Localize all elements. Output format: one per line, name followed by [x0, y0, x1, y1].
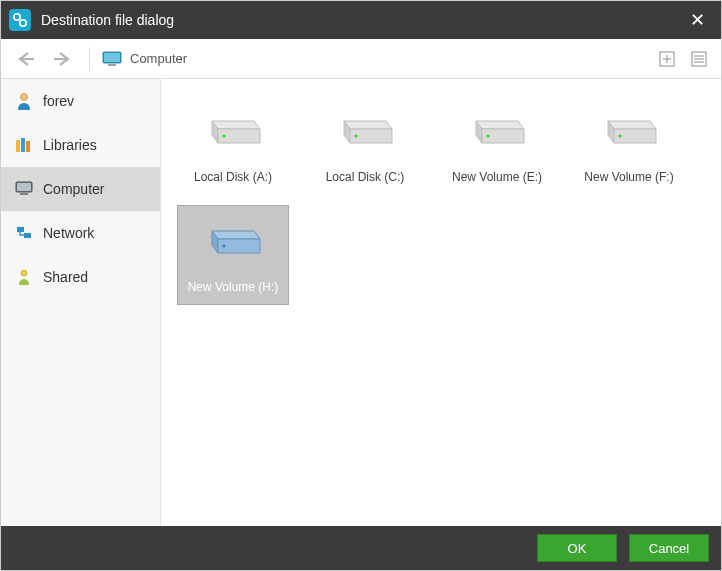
user-icon — [15, 92, 33, 110]
toolbar-right — [655, 47, 711, 71]
view-list-button[interactable] — [687, 47, 711, 71]
drive-label: Local Disk (A:) — [194, 170, 272, 184]
drive-label: New Volume (H:) — [188, 280, 279, 294]
svg-point-0 — [14, 14, 20, 20]
drive-item[interactable]: New Volume (F:) — [573, 95, 685, 195]
svg-marker-36 — [608, 121, 656, 129]
svg-point-1 — [20, 20, 26, 26]
svg-rect-17 — [26, 141, 30, 152]
forward-button[interactable] — [47, 45, 77, 73]
network-icon — [15, 224, 33, 242]
window-title: Destination file dialog — [41, 12, 684, 28]
back-button[interactable] — [11, 45, 41, 73]
svg-rect-16 — [21, 138, 25, 152]
svg-rect-5 — [104, 53, 120, 62]
svg-point-35 — [486, 134, 489, 137]
ok-button[interactable]: OK — [537, 534, 617, 562]
svg-point-14 — [21, 94, 28, 101]
svg-rect-19 — [17, 183, 31, 191]
sidebar: forev Libraries Computer Network Shared — [1, 79, 161, 526]
drive-label: New Volume (E:) — [452, 170, 542, 184]
toolbar: Computer — [1, 39, 721, 79]
sidebar-item-user[interactable]: forev — [1, 79, 160, 123]
svg-point-39 — [618, 134, 621, 137]
app-icon — [9, 9, 31, 31]
monitor-icon — [102, 51, 122, 67]
sidebar-item-computer[interactable]: Computer — [1, 167, 160, 211]
breadcrumb[interactable]: Computer — [102, 51, 649, 67]
sidebar-item-libraries[interactable]: Libraries — [1, 123, 160, 167]
sidebar-item-label: forev — [43, 93, 74, 109]
drive-grid: Local Disk (A:) Local Disk (C:) — [161, 79, 721, 526]
drive-item[interactable]: New Volume (E:) — [441, 95, 553, 195]
svg-marker-24 — [212, 121, 260, 129]
svg-point-23 — [21, 270, 27, 276]
hard-drive-icon — [201, 220, 265, 262]
sidebar-item-label: Computer — [43, 181, 104, 197]
new-folder-button[interactable] — [655, 47, 679, 71]
svg-point-27 — [222, 134, 225, 137]
hard-drive-icon — [465, 110, 529, 152]
drive-item[interactable]: Local Disk (A:) — [177, 95, 289, 195]
svg-marker-40 — [212, 231, 260, 239]
sidebar-item-label: Network — [43, 225, 94, 241]
sidebar-item-shared[interactable]: Shared — [1, 255, 160, 299]
toolbar-separator — [89, 47, 90, 71]
svg-rect-20 — [20, 193, 28, 195]
hard-drive-icon — [201, 110, 265, 152]
cancel-button[interactable]: Cancel — [629, 534, 709, 562]
svg-rect-6 — [108, 64, 116, 66]
svg-marker-32 — [476, 121, 524, 129]
sidebar-item-label: Libraries — [43, 137, 97, 153]
libraries-icon — [15, 136, 33, 154]
breadcrumb-label: Computer — [130, 51, 187, 66]
svg-marker-28 — [344, 121, 392, 129]
drive-label: New Volume (F:) — [584, 170, 673, 184]
hard-drive-icon — [333, 110, 397, 152]
footer: OK Cancel — [1, 526, 721, 570]
svg-point-43 — [222, 244, 225, 247]
sidebar-item-network[interactable]: Network — [1, 211, 160, 255]
drive-label: Local Disk (C:) — [326, 170, 405, 184]
close-icon[interactable]: ✕ — [684, 5, 711, 35]
svg-point-31 — [354, 134, 357, 137]
drive-item[interactable]: New Volume (H:) — [177, 205, 289, 305]
hard-drive-icon — [597, 110, 661, 152]
dialog-body: forev Libraries Computer Network Shared — [1, 79, 721, 526]
sidebar-item-label: Shared — [43, 269, 88, 285]
drive-item[interactable]: Local Disk (C:) — [309, 95, 421, 195]
svg-rect-21 — [17, 227, 24, 232]
titlebar: Destination file dialog ✕ — [1, 1, 721, 39]
svg-rect-15 — [16, 140, 20, 152]
svg-rect-22 — [24, 233, 31, 238]
monitor-icon — [15, 180, 33, 198]
shared-icon — [15, 268, 33, 286]
